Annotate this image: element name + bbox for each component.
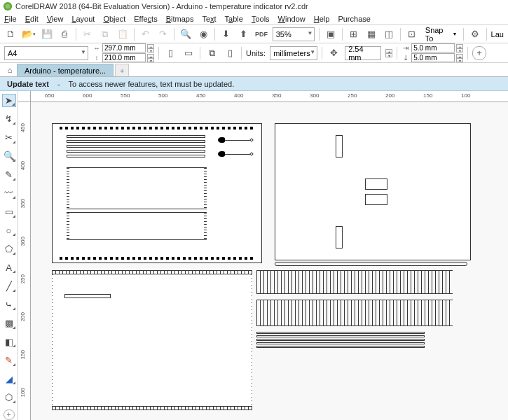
new-tab-button[interactable]: + <box>115 64 129 76</box>
add-preset-icon[interactable]: + <box>472 46 486 60</box>
artwork-shape[interactable] <box>275 262 467 266</box>
pdf-icon[interactable]: PDF <box>254 27 268 41</box>
menu-view[interactable]: View <box>47 15 64 23</box>
dimension-tool-icon[interactable]: ╱ <box>2 279 16 293</box>
menu-bitmaps[interactable]: Bitmaps <box>166 15 194 23</box>
import-icon[interactable]: ⬇ <box>219 27 233 41</box>
current-page-icon[interactable]: ▯ <box>223 46 237 60</box>
separator <box>486 28 487 41</box>
width-spinner[interactable]: ▴▾ <box>147 44 154 52</box>
save-icon[interactable]: 💾 <box>40 27 53 41</box>
crop-tool-icon[interactable]: ✂ <box>2 131 16 144</box>
hint-title: Update text <box>7 80 49 88</box>
artwork-group[interactable] <box>256 270 453 348</box>
options-icon[interactable]: ⚙ <box>468 27 481 41</box>
ruler-tick: 300 <box>310 92 319 99</box>
drop-shadow-icon[interactable]: ▩ <box>2 316 16 330</box>
export-icon[interactable]: ⬆ <box>237 27 250 41</box>
portrait-icon[interactable]: ▯ <box>163 46 177 60</box>
polygon-tool-icon[interactable]: ⬠ <box>2 242 16 255</box>
guides-icon[interactable]: ◫ <box>382 27 395 41</box>
shape-tool-icon[interactable]: ↯ <box>2 113 16 126</box>
snap-to-dropdown[interactable]: Snap To▾ <box>423 26 460 43</box>
nudge-input[interactable]: 2.54 mm <box>345 46 381 60</box>
ruler-corner[interactable] <box>18 91 31 102</box>
dup-x-icon: ⇥ <box>401 44 410 52</box>
nudge-spinner[interactable]: ▴▾ <box>385 49 392 57</box>
new-doc-icon[interactable]: 🗋 <box>4 27 18 41</box>
dup-y-spinner[interactable]: ▴▾ <box>456 54 463 62</box>
menu-table[interactable]: Table <box>225 15 243 23</box>
ruler-tick: 650 <box>45 92 54 99</box>
dup-x-spinner[interactable]: ▴▾ <box>456 44 463 52</box>
separator <box>342 28 343 41</box>
artwork-panel[interactable] <box>52 270 252 410</box>
page-width-input[interactable]: 297.0 mm <box>102 43 146 52</box>
outline-tool-icon[interactable]: ⬡ <box>2 391 16 404</box>
transparency-icon[interactable]: ◧ <box>2 335 16 349</box>
hint-body: To access newer features, text must be u… <box>69 80 235 88</box>
menu-help[interactable]: Help <box>314 15 330 23</box>
dup-y-input[interactable]: 5.0 mm <box>411 53 455 62</box>
undo-icon[interactable]: ↶ <box>139 27 152 41</box>
menu-tools[interactable]: Tools <box>252 15 270 23</box>
text-tool-icon[interactable]: A <box>2 261 16 274</box>
align-icon[interactable]: ⊡ <box>405 27 418 41</box>
menu-object[interactable]: Object <box>103 15 125 23</box>
eyedropper-icon[interactable]: ✎ <box>2 354 16 367</box>
drawing-surface[interactable] <box>31 102 508 420</box>
redo-icon[interactable]: ↷ <box>156 27 170 41</box>
target-icon[interactable]: ◉ <box>197 27 210 41</box>
print-icon[interactable]: ⎙ <box>58 27 71 41</box>
launch-label[interactable]: Lau <box>491 30 504 38</box>
freehand-tool-icon[interactable]: ✎ <box>2 168 16 181</box>
landscape-icon[interactable]: ▭ <box>181 46 195 60</box>
paste-icon[interactable]: 📋 <box>116 27 129 41</box>
units-label: Units: <box>246 49 266 57</box>
add-tool-button[interactable]: + <box>4 410 15 420</box>
ruler-tick: 250 <box>348 92 357 99</box>
page-preset-select[interactable]: A4▼ <box>4 46 88 60</box>
document-tab[interactable]: Arduino - temperature... <box>17 64 114 76</box>
search-icon[interactable]: 🔍 <box>179 27 192 41</box>
rulers-icon[interactable]: ⊞ <box>347 27 360 41</box>
zoom-tool-icon[interactable]: 🔍 <box>2 150 16 163</box>
menu-layout[interactable]: Layout <box>71 15 95 23</box>
home-icon[interactable]: ⌂ <box>3 64 17 76</box>
ellipse-tool-icon[interactable]: ○ <box>2 224 16 237</box>
fill-tool-icon[interactable]: ◢ <box>2 372 16 386</box>
canvas-area[interactable]: 650 600 550 500 450 400 350 300 250 200 … <box>18 91 508 420</box>
menu-file[interactable]: File <box>4 15 17 23</box>
cut-icon[interactable]: ✂ <box>81 27 94 41</box>
ruler-tick: 150 <box>423 92 432 99</box>
menu-effects[interactable]: Effects <box>134 15 157 23</box>
page-height-input[interactable]: 210.0 mm <box>102 53 146 62</box>
menu-window[interactable]: Window <box>278 15 306 23</box>
zoom-select[interactable]: 35%▼ <box>273 27 315 41</box>
document-tabbar: ⌂ Arduino - temperature... + <box>0 63 508 77</box>
duplicate-distance: ⇥5.0 mm▴▾ ⤓5.0 mm▴▾ <box>401 43 463 62</box>
open-icon[interactable]: 📂▾ <box>22 27 36 41</box>
menu-purchase[interactable]: Purchase <box>338 15 370 23</box>
artwork-panel[interactable] <box>52 123 262 263</box>
horizontal-ruler[interactable]: 650 600 550 500 450 400 350 300 250 200 … <box>31 91 508 102</box>
rectangle-tool-icon[interactable]: ▭ <box>2 205 16 218</box>
all-pages-icon[interactable]: ⧉ <box>205 46 219 60</box>
fullscreen-icon[interactable]: ▣ <box>324 27 337 41</box>
copy-icon[interactable]: ⧉ <box>98 27 111 41</box>
height-spinner[interactable]: ▴▾ <box>147 54 154 62</box>
connector-tool-icon[interactable]: ⤷ <box>2 298 16 312</box>
units-select[interactable]: millimeters▼ <box>270 46 317 60</box>
separator <box>241 47 242 59</box>
menu-text[interactable]: Text <box>202 15 216 23</box>
vertical-ruler[interactable]: 450 400 350 300 250 200 150 100 <box>18 102 31 420</box>
separator <box>322 47 322 59</box>
ruler-tick: 400 <box>234 92 243 99</box>
menu-edit[interactable]: Edit <box>25 15 39 23</box>
grid-icon[interactable]: ▦ <box>364 27 378 41</box>
dup-x-input[interactable]: 5.0 mm <box>411 43 455 52</box>
artistic-media-icon[interactable]: 〰 <box>2 187 16 200</box>
separator <box>76 28 76 41</box>
pick-tool-icon[interactable]: ➤ <box>2 94 16 107</box>
artwork-panel[interactable] <box>275 123 471 260</box>
